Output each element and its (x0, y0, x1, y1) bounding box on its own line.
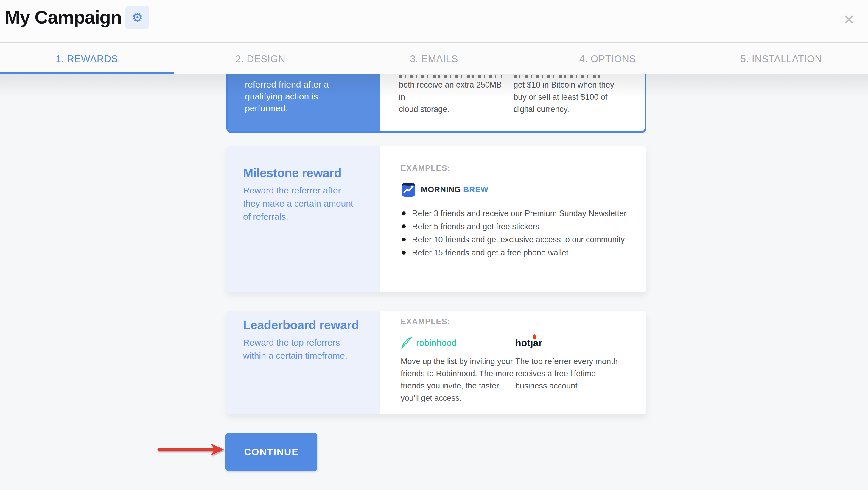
hotjar-example-text: The top referrer every monthreceives a f… (515, 355, 630, 392)
milestone-examples-panel: EXAMPLES: MORNINGBREW Refer 3 friends an… (380, 146, 646, 292)
leaderboard-description: Reward the top referrerswithin a certain… (243, 336, 369, 362)
example-text: both receive an extra 250MB incloud stor… (399, 79, 510, 116)
selected-reward-description: referred friend after aqualifying action… (228, 74, 380, 114)
campaign-title: My Campaign (5, 6, 122, 28)
clipped-text-line (514, 75, 603, 78)
example-column-coinbase: get $10 in Bitcoin when theybuy or sell … (514, 75, 633, 116)
morning-brew-wordmark: MORNINGBREW (421, 185, 489, 194)
robinhood-wordmark: robinhood (416, 338, 457, 348)
tab-rewards[interactable]: 1. REWARDS (0, 43, 174, 74)
leaderboard-reward-card[interactable]: Leaderboard reward Reward the top referr… (226, 311, 646, 414)
hotjar-logo: hotȷar (515, 336, 630, 350)
leaderboard-examples-panel: EXAMPLES: robinhood Move up the list by … (380, 311, 646, 414)
continue-button[interactable]: CONTINUE (225, 433, 317, 471)
example-column-dropbox: both receive an extra 250MB incloud stor… (399, 75, 510, 116)
campaign-settings-button[interactable]: ⚙ (125, 6, 149, 29)
hotjar-wordmark: hotȷar (515, 337, 542, 349)
example-text: get $10 in Bitcoin when theybuy or sell … (514, 79, 633, 116)
selected-reward-left-panel: referred friend after aqualifying action… (228, 74, 380, 131)
robinhood-feather-icon (401, 337, 412, 349)
example-column-hotjar: hotȷar The top referrer every monthrecei… (515, 336, 630, 404)
tab-emails[interactable]: 3. EMAILS (347, 43, 521, 74)
clipped-text-line (399, 75, 502, 78)
leaderboard-left-panel: Leaderboard reward Reward the top referr… (226, 311, 380, 414)
tab-installation[interactable]: 5. INSTALLATION (694, 43, 868, 74)
close-modal-button[interactable]: ✕ (838, 8, 860, 31)
selected-reward-card[interactable]: referred friend after aqualifying action… (226, 74, 646, 133)
leaderboard-title: Leaderboard reward (243, 318, 369, 332)
robinhood-logo: robinhood (401, 336, 515, 350)
close-icon: ✕ (843, 13, 855, 27)
morning-brew-logo: MORNINGBREW (401, 181, 634, 198)
examples-label: EXAMPLES: (401, 317, 634, 326)
examples-label: EXAMPLES: (401, 164, 634, 173)
milestone-reward-card[interactable]: Milestone reward Reward the referrer aft… (226, 146, 646, 292)
robinhood-example-text: Move up the list by inviting yourfriends… (401, 355, 515, 404)
milestone-description: Reward the referrer afterthey make a cer… (243, 184, 369, 223)
campaign-wizard-modal: My Campaign ⚙ ✕ 1. REWARDS 2. DESIGN 3. … (0, 0, 868, 490)
example-column-robinhood: robinhood Move up the list by inviting y… (401, 336, 515, 404)
tab-design[interactable]: 2. DESIGN (174, 43, 347, 74)
active-tab-underline (0, 72, 174, 74)
milestone-left-panel: Milestone reward Reward the referrer aft… (226, 146, 380, 292)
wizard-step-tabs: 1. REWARDS 2. DESIGN 3. EMAILS 4. OPTION… (0, 43, 868, 74)
modal-header: My Campaign ⚙ ✕ (0, 0, 868, 42)
hotjar-flame-icon (532, 334, 536, 339)
milestone-bullet-list: Refer 3 friends and receive our Premium … (401, 207, 634, 259)
gear-icon: ⚙ (132, 11, 143, 24)
tab-options[interactable]: 4. OPTIONS (521, 43, 694, 74)
milestone-title: Milestone reward (243, 165, 369, 181)
selected-reward-examples-panel: both receive an extra 250MB incloud stor… (380, 74, 645, 131)
morning-brew-mug-icon (401, 182, 417, 198)
